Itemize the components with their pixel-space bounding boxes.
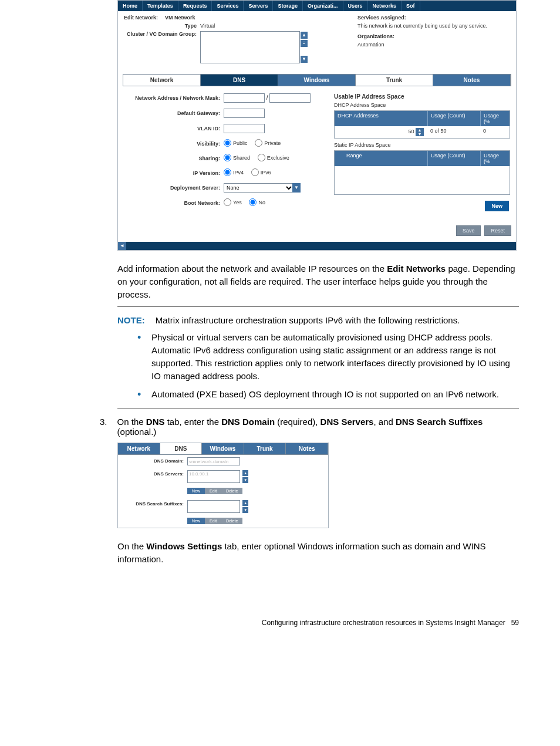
scroll-down-icon[interactable]: ▼: [301, 56, 308, 63]
nav-storage[interactable]: Storage: [273, 1, 303, 11]
cluster-select[interactable]: ▲ ≡ ▼: [200, 31, 300, 63]
sharing-shared-radio[interactable]: [224, 154, 231, 161]
bullet-dhcp-ipv6: Physical or virtual servers can be autom…: [135, 331, 519, 382]
tab2-windows[interactable]: Windows: [202, 443, 244, 454]
static-col-range: Range: [335, 151, 427, 166]
dhcp-usage-count: 0 of 50: [427, 126, 480, 138]
services-assigned-label: Services Assigned:: [357, 15, 510, 21]
save-button[interactable]: Save: [456, 225, 481, 236]
sharing-exclusive-radio[interactable]: [258, 154, 265, 161]
dns-servers-list[interactable]: 10.0.90.1: [187, 470, 240, 483]
boot-yes-radio[interactable]: [224, 198, 231, 206]
visibility-private-radio[interactable]: [255, 139, 262, 147]
tab-dns[interactable]: DNS: [201, 75, 278, 86]
scroll-thumb[interactable]: ≡: [301, 40, 308, 47]
tab2-trunk[interactable]: Trunk: [244, 443, 286, 454]
tab-windows[interactable]: Windows: [278, 75, 356, 86]
dns-servers-new-button[interactable]: New: [187, 488, 205, 494]
usable-ip-title: Usable IP Address Space: [334, 93, 510, 100]
dns-tab-screenshot: Network DNS Windows Trunk Notes DNS Doma…: [117, 443, 329, 528]
dhcp-col-addresses: DHCP Addresses: [335, 111, 427, 126]
nav-software[interactable]: Sof: [402, 1, 420, 11]
dhcp-addresses-value: 50: [408, 129, 414, 134]
static-col-usage-pct: Usage (%: [480, 151, 510, 166]
gateway-input[interactable]: [224, 109, 265, 118]
nav-services[interactable]: Services: [212, 1, 244, 11]
tab2-dns[interactable]: DNS: [160, 443, 203, 454]
edit-network-label: Edit Network:: [124, 15, 161, 21]
dhcp-col-usage-count: Usage (Count): [427, 111, 480, 126]
edit-network-name: VM Network: [165, 15, 195, 21]
note-line: NOTE: Matrix infrastructure orchestratio…: [117, 315, 519, 325]
type-label: Type: [124, 23, 200, 29]
dns-suffixes-edit-button[interactable]: Edit: [205, 518, 221, 524]
step-number: 3.: [100, 417, 117, 437]
dns-suffixes-new-button[interactable]: New: [187, 518, 205, 524]
nav-templates[interactable]: Templates: [143, 1, 178, 11]
vlan-label: VLAN ID:: [124, 126, 224, 131]
ipversion-label: IP Version:: [124, 170, 224, 176]
divider: [117, 306, 519, 307]
cluster-label: Cluster / VC Domain Group:: [124, 31, 200, 63]
gateway-label: Default Gateway:: [124, 110, 224, 116]
bullet-pxe-ipv6: Automated (PXE based) OS deployment thro…: [135, 388, 519, 401]
new-button[interactable]: New: [485, 201, 509, 211]
move-down-icon[interactable]: ▼: [242, 477, 248, 483]
move-up-icon[interactable]: ▲: [242, 500, 248, 506]
boot-no-radio[interactable]: [249, 198, 257, 206]
tab2-notes[interactable]: Notes: [286, 443, 328, 454]
edit-network-screenshot: Home Templates Requests Services Servers…: [117, 0, 517, 251]
static-space-title: Static IP Address Space: [334, 142, 510, 148]
tab-notes[interactable]: Notes: [433, 75, 511, 86]
dns-suffixes-delete-button[interactable]: Delete: [221, 518, 242, 524]
nav-requests[interactable]: Requests: [178, 1, 212, 11]
ipv4-radio[interactable]: [224, 168, 231, 176]
dhcp-table: DHCP Addresses Usage (Count) Usage (% 50…: [334, 110, 510, 139]
tab-network[interactable]: Network: [123, 75, 201, 86]
network-address-input[interactable]: [224, 93, 265, 103]
move-down-icon[interactable]: ▼: [242, 507, 248, 513]
sharing-label: Sharing:: [124, 156, 224, 161]
nav-home[interactable]: Home: [118, 1, 143, 11]
step-3: 3. On the DNS tab, enter the DNS Domain …: [100, 417, 519, 437]
horizontal-scrollbar[interactable]: ◄: [118, 242, 516, 250]
subtabs: Network DNS Windows Trunk Notes: [123, 74, 511, 86]
netmask-label: Network Address / Network Mask:: [124, 95, 224, 101]
organizations-value: Automation: [357, 42, 510, 48]
dns-domain-input[interactable]: [187, 457, 240, 465]
paragraph-add-info: Add information about the network and av…: [117, 262, 519, 301]
page-footer: Configuring infrastructure orchestration…: [41, 619, 519, 627]
dhcp-usage-pct: 0: [480, 126, 510, 138]
static-col-usage-count: Usage (Count): [427, 151, 480, 166]
reset-button[interactable]: Reset: [484, 225, 511, 236]
vlan-input[interactable]: [224, 124, 265, 133]
dns-suffixes-list[interactable]: [187, 500, 240, 513]
dhcp-col-usage-pct: Usage (%: [480, 111, 510, 126]
tab-trunk[interactable]: Trunk: [356, 75, 433, 86]
note-text: Matrix infrastructure orchestration supp…: [156, 315, 460, 325]
ipv6-radio[interactable]: [251, 168, 259, 176]
nav-users[interactable]: Users: [343, 1, 368, 11]
dns-servers-delete-button[interactable]: Delete: [221, 488, 242, 494]
dns-servers-edit-button[interactable]: Edit: [205, 488, 221, 494]
dns-domain-label: DNS Domain:: [123, 457, 187, 464]
tab2-network[interactable]: Network: [118, 443, 160, 454]
scroll-left-icon[interactable]: ◄: [118, 242, 126, 250]
boot-network-label: Boot Network:: [124, 200, 224, 206]
deployment-server-select[interactable]: None: [224, 183, 294, 193]
dns-suffixes-label: DNS Search Suffixes:: [123, 500, 187, 507]
paragraph-windows-settings: On the Windows Settings tab, enter optio…: [117, 540, 519, 566]
network-mask-input[interactable]: [269, 93, 311, 103]
scroll-up-icon[interactable]: ▲: [301, 32, 308, 39]
nav-organizations[interactable]: Organizati...: [303, 1, 343, 11]
dropdown-icon[interactable]: ▼: [292, 183, 301, 193]
visibility-public-radio[interactable]: [224, 139, 231, 147]
visibility-label: Visibility:: [124, 141, 224, 147]
deployment-server-label: Deployment Server:: [124, 185, 224, 191]
services-assigned-value: This network is not currently being used…: [357, 23, 510, 29]
nav-networks[interactable]: Networks: [368, 1, 402, 11]
static-table: Range Usage (Count) Usage (%: [334, 150, 510, 195]
spinner-icon[interactable]: ▲▼: [416, 128, 424, 136]
nav-servers[interactable]: Servers: [244, 1, 273, 11]
move-up-icon[interactable]: ▲: [242, 470, 248, 476]
